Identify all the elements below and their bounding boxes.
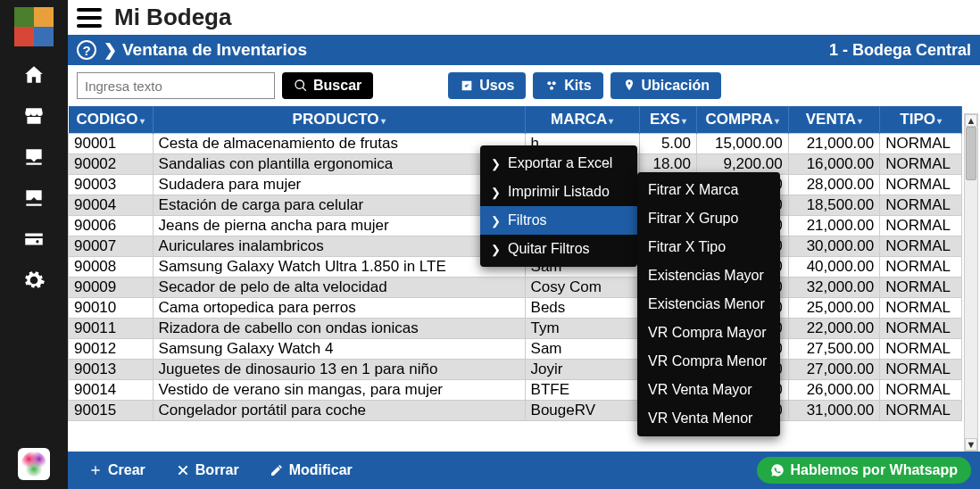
cell-venta: 40,000.00 xyxy=(788,256,880,277)
col-compra[interactable]: COMPRA▾ xyxy=(696,106,788,133)
cell-venta: 31,000.00 xyxy=(788,400,880,420)
svg-point-2 xyxy=(550,87,553,90)
page-title: Ventana de Inventarios xyxy=(122,40,307,60)
cell-tipo: NORMAL xyxy=(880,338,962,359)
titlebar: Mi Bodega xyxy=(68,0,980,35)
ctx-item[interactable]: ❯Exportar a Excel xyxy=(480,149,637,178)
borrar-button[interactable]: Borrar xyxy=(164,457,251,484)
table-row[interactable]: 90013Juguetes de dinosaurio 13 en 1 para… xyxy=(69,359,962,379)
check-icon xyxy=(460,79,474,93)
col-tipo[interactable]: TIPO▾ xyxy=(880,106,962,133)
chevron-right-icon: ❯ xyxy=(491,243,501,256)
pin-icon xyxy=(622,79,636,93)
gear-icon[interactable] xyxy=(21,268,46,293)
home-icon[interactable] xyxy=(21,62,46,87)
usos-button[interactable]: Usos xyxy=(448,72,526,99)
menu-icon[interactable] xyxy=(77,8,102,28)
scroll-up-icon[interactable]: ▲ xyxy=(965,114,977,127)
help-icon[interactable]: ? xyxy=(77,40,96,60)
cell-tipo: NORMAL xyxy=(880,236,962,256)
table-row[interactable]: 90011Rizadora de cabello con ondas ionic… xyxy=(69,318,962,338)
scroll-thumb[interactable] xyxy=(966,127,976,180)
cell-venta: 21,000.00 xyxy=(788,215,880,236)
cell-venta: 30,000.00 xyxy=(788,236,880,256)
ctx-item[interactable]: ❯Imprimir Listado xyxy=(480,178,637,206)
pencil-icon xyxy=(270,463,284,477)
modificar-button[interactable]: Modificar xyxy=(258,457,364,484)
table-row[interactable]: 90012Samsung Galaxy Watch 4Sam20,500.002… xyxy=(69,338,962,359)
scroll-down-icon[interactable]: ▼ xyxy=(965,438,977,451)
ctx-item[interactable]: Existencias Mayor xyxy=(637,261,780,290)
ctx-item[interactable]: VR Compra Menor xyxy=(637,347,780,376)
cell-marca: BougeRV xyxy=(525,400,639,420)
cell-producto: Secador de pelo de alta velocidad xyxy=(153,277,525,297)
cell-venta: 32,000.00 xyxy=(788,277,880,297)
ctx-item[interactable]: Fitrar X Grupo xyxy=(637,204,780,233)
whatsapp-icon xyxy=(770,463,785,477)
cell-producto: Sandalias con plantilla ergonomica xyxy=(153,153,525,174)
cell-codigo: 90014 xyxy=(69,379,154,400)
table-row[interactable]: 90009Secador de pelo de alta velocidadCo… xyxy=(69,277,962,297)
cell-codigo: 90009 xyxy=(69,277,154,297)
cell-tipo: NORMAL xyxy=(880,297,962,318)
table-row[interactable]: 90010Cama ortopedica para perrosBeds16,0… xyxy=(69,297,962,318)
cell-venta: 25,000.00 xyxy=(788,297,880,318)
avatar[interactable] xyxy=(18,448,50,480)
search-icon xyxy=(294,79,308,93)
cell-codigo: 90002 xyxy=(69,153,154,174)
ctx-item[interactable]: VR Venta Mayor xyxy=(637,376,780,404)
cell-tipo: NORMAL xyxy=(880,195,962,215)
chevron-right-icon: ❯ xyxy=(491,157,501,170)
col-exs[interactable]: EXS▾ xyxy=(639,106,696,133)
cell-producto: Estación de carga para celular xyxy=(153,195,525,215)
cell-codigo: 90008 xyxy=(69,256,154,277)
breadcrumb: ? ❯ Ventana de Inventarios 1 - Bodega Ce… xyxy=(68,35,980,65)
context-menu-filtros: Fitrar X MarcaFitrar X GrupoFitrar X Tip… xyxy=(637,172,780,436)
cell-exs: 18.00 xyxy=(639,153,696,174)
ctx-item[interactable]: ❯Filtros xyxy=(480,206,637,235)
cell-codigo: 90015 xyxy=(69,400,154,420)
scrollbar[interactable]: ▲ ▼ xyxy=(964,113,978,452)
crear-button[interactable]: Crear xyxy=(77,457,157,484)
cell-compra: 15,000.00 xyxy=(696,133,788,153)
col-marca[interactable]: MARCA▾ xyxy=(525,106,639,133)
search-input[interactable] xyxy=(77,72,275,99)
cell-tipo: NORMAL xyxy=(880,256,962,277)
cell-codigo: 90003 xyxy=(69,174,154,195)
inbox-up-icon[interactable] xyxy=(21,186,46,211)
cell-venta: 16,000.00 xyxy=(788,153,880,174)
kits-button[interactable]: Kits xyxy=(533,72,602,99)
col-venta[interactable]: VENTA▾ xyxy=(788,106,880,133)
col-producto[interactable]: PRODUCTO▾ xyxy=(153,106,525,133)
ctx-item[interactable]: Fitrar X Tipo xyxy=(637,233,780,261)
ctx-item[interactable]: VR Venta Menor xyxy=(637,404,780,433)
ctx-item[interactable]: Existencias Menor xyxy=(637,290,780,319)
sidebar xyxy=(0,0,68,489)
store-icon[interactable] xyxy=(21,104,46,128)
search-button[interactable]: Buscar xyxy=(282,72,373,99)
cell-tipo: NORMAL xyxy=(880,153,962,174)
ctx-item[interactable]: ❯Quitar Filtros xyxy=(480,235,637,263)
table-row[interactable]: 90015Congelador portátil para cocheBouge… xyxy=(69,400,962,420)
cell-exs: 5.00 xyxy=(639,133,696,153)
inbox-down-icon[interactable] xyxy=(21,145,46,170)
ctx-item[interactable]: Fitrar X Marca xyxy=(637,176,780,204)
cell-venta: 26,000.00 xyxy=(788,379,880,400)
cell-venta: 28,000.00 xyxy=(788,174,880,195)
whatsapp-button[interactable]: Hablemos por Whatsapp xyxy=(757,457,971,484)
cell-marca: Tym xyxy=(525,318,639,338)
svg-point-0 xyxy=(548,81,552,85)
cell-producto: Juguetes de dinosaurio 13 en 1 para niño xyxy=(153,359,525,379)
chevron-right-icon: ❯ xyxy=(491,214,501,228)
wallet-icon[interactable] xyxy=(21,227,46,252)
cell-producto: Cesta de almacenamiento de frutas xyxy=(153,133,525,153)
app-logo xyxy=(14,7,54,46)
cell-marca: BTFE xyxy=(525,379,639,400)
cell-tipo: NORMAL xyxy=(880,215,962,236)
col-codigo[interactable]: CODIGO▾ xyxy=(69,106,154,133)
table-row[interactable]: 90014Vestido de verano sin mangas, para … xyxy=(69,379,962,400)
ctx-item[interactable]: VR Compra Mayor xyxy=(637,319,780,347)
cell-codigo: 90013 xyxy=(69,359,154,379)
cell-venta: 22,000.00 xyxy=(788,318,880,338)
ubicacion-button[interactable]: Ubicación xyxy=(610,72,721,99)
